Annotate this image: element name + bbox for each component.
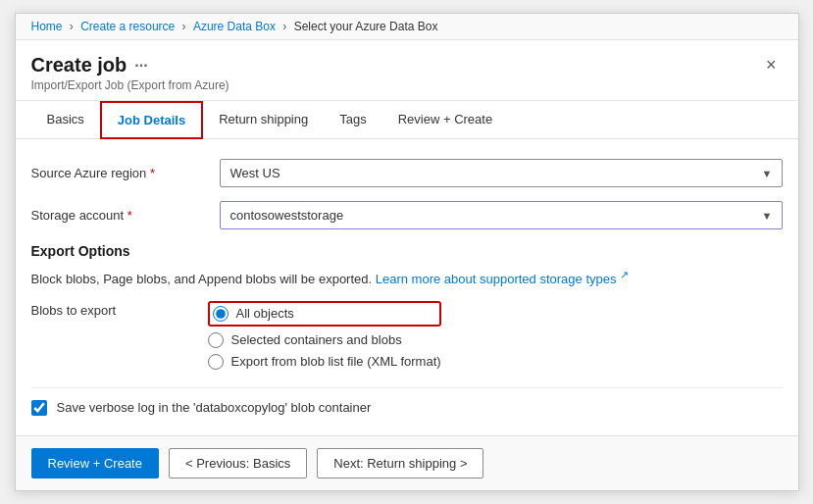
storage-account-row: Storage account * contosoweststorage ▼ (31, 201, 783, 229)
source-region-wrapper: West US East US East US 2 Central US Nor… (220, 159, 783, 187)
modal-header: Create job ··· Import/Export Job (Export… (16, 40, 798, 101)
radio-blob-list-file[interactable] (208, 354, 224, 370)
radio-group: All objects Selected containers and blob… (208, 301, 441, 370)
export-options-title: Export Options (31, 243, 783, 259)
export-options-description: Block blobs, Page blobs, and Append blob… (31, 267, 783, 289)
radio-all-objects[interactable] (213, 306, 229, 322)
more-options-icon[interactable]: ··· (134, 57, 147, 75)
modal-title: Create job ··· (31, 54, 229, 76)
breadcrumb: Home › Create a resource › Azure Data Bo… (16, 14, 798, 40)
modal-subtitle: Import/Export Job (Export from Azure) (31, 78, 229, 92)
verbose-log-row: Save verbose log in the 'databoxcopylog'… (31, 387, 783, 416)
radio-selected-containers-label: Selected containers and blobs (231, 332, 402, 347)
breadcrumb-azure-data-box[interactable]: Azure Data Box (193, 20, 276, 33)
radio-blob-list-file-label: Export from blob list file (XML format) (231, 354, 441, 369)
learn-more-link[interactable]: Learn more about supported storage types… (376, 272, 629, 286)
close-button[interactable]: × (760, 54, 783, 76)
radio-blob-list-file-option[interactable]: Export from blob list file (XML format) (208, 354, 441, 370)
storage-account-wrapper: contosoweststorage ▼ (220, 201, 783, 229)
radio-all-objects-label: All objects (236, 306, 294, 321)
breadcrumb-create-resource[interactable]: Create a resource (80, 20, 175, 33)
radio-selected-containers[interactable] (208, 332, 224, 348)
export-options-section: Export Options Block blobs, Page blobs, … (31, 243, 783, 370)
storage-account-label: Storage account * (31, 208, 208, 223)
source-region-label: Source Azure region * (31, 166, 208, 180)
review-create-button[interactable]: Review + Create (31, 448, 159, 479)
tabs-bar: Basics Job Details Return shipping Tags … (16, 101, 798, 139)
action-bar: Review + Create < Previous: Basics Next:… (16, 435, 798, 490)
blobs-to-export-row: Blobs to export All objects Selected con… (31, 301, 783, 370)
content-area: Source Azure region * West US East US Ea… (16, 139, 798, 435)
breadcrumb-select-data-box[interactable]: Select your Azure Data Box (294, 20, 438, 33)
tab-job-details[interactable]: Job Details (100, 101, 203, 139)
tab-return-shipping[interactable]: Return shipping (203, 101, 324, 138)
storage-account-select[interactable]: contosoweststorage (220, 201, 783, 229)
previous-button[interactable]: < Previous: Basics (169, 448, 307, 479)
source-region-row: Source Azure region * West US East US Ea… (31, 159, 783, 187)
radio-selected-containers-option[interactable]: Selected containers and blobs (208, 332, 441, 348)
verbose-log-checkbox[interactable] (31, 400, 47, 416)
verbose-log-label: Save verbose log in the 'databoxcopylog'… (57, 400, 372, 415)
tab-review-create[interactable]: Review + Create (382, 101, 508, 138)
external-link-icon: ↗ (620, 269, 629, 280)
source-region-select[interactable]: West US East US East US 2 Central US Nor… (220, 159, 783, 187)
blobs-to-export-label: Blobs to export (31, 301, 208, 318)
radio-all-objects-option[interactable]: All objects (208, 301, 441, 327)
breadcrumb-home[interactable]: Home (31, 20, 63, 33)
tab-tags[interactable]: Tags (324, 101, 381, 138)
tab-basics[interactable]: Basics (31, 101, 100, 138)
next-button[interactable]: Next: Return shipping > (317, 448, 483, 479)
